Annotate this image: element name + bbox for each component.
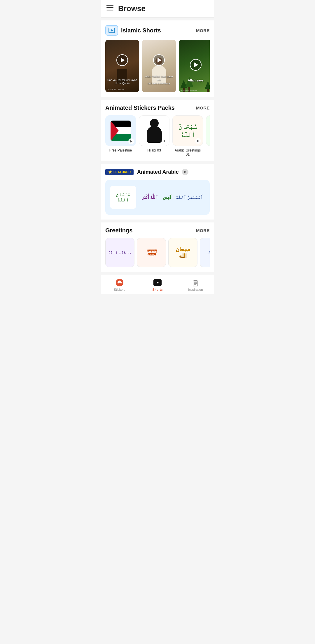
video-card-1[interactable]: Can you tell me one ayahof the Quran OMA… <box>105 40 139 92</box>
islamic-shorts-section: Islamic Shorts MORE Can you tell me one … <box>101 20 214 97</box>
nav-item-shorts[interactable]: Shorts <box>139 277 176 293</box>
greeting-text-1: مَا شَآءَ ٱللَّهُ <box>106 249 133 257</box>
greeting-card-1[interactable]: مَا شَآءَ ٱللَّهُ <box>105 238 134 267</box>
animated-arabic-row[interactable]: سُبْحَانَ ٱللَّهُ ٱللَّهُ أَكْبَر آمِين … <box>105 180 210 215</box>
page-title: Browse <box>118 4 146 13</box>
sticker-label-3: Arabic Greetings 01 <box>172 148 203 156</box>
play-button-2[interactable] <box>153 54 165 66</box>
islamic-shorts-header: Islamic Shorts MORE <box>105 25 210 36</box>
shorts-section-icon <box>105 25 118 36</box>
greeting-text-2: अस्सलामुअलैकुम <box>145 248 158 257</box>
svg-rect-2 <box>106 10 113 11</box>
featured-star: ⭐ <box>108 170 112 174</box>
video-bg-3: Allah says ⊕ ✉ sajidahmedumar <box>179 40 210 92</box>
app-header: Browse <box>101 0 214 18</box>
islamic-shorts-title-row: Islamic Shorts <box>105 25 161 36</box>
svg-rect-1 <box>106 7 113 8</box>
video-card-3[interactable]: Allah says ⊕ ✉ sajidahmedumar <box>179 40 210 92</box>
menu-icon[interactable] <box>106 5 113 13</box>
stickers-icon-circle <box>116 279 123 286</box>
islamic-shorts-more-button[interactable]: MORE <box>196 28 210 33</box>
sticker-card-2[interactable]: Hijabi 03 <box>139 115 169 156</box>
stickers-nav-label: Stickers <box>114 288 125 291</box>
video-caption-2: Allah Rabbul Izzat gave meand you a curr… <box>144 75 174 85</box>
play-button-3[interactable] <box>190 59 202 71</box>
greeting-text-4: وَعَلَيْكُمُرَحْمَةُ ٱللَّهِوَبَرَكَاتُه… <box>206 245 210 260</box>
featured-badge: ⭐ FEATURED <box>105 169 134 175</box>
video-username-1: OMAR SULEIMAN <box>107 88 124 90</box>
sticker-play-1 <box>128 138 134 144</box>
sticker-card-3[interactable]: سُبْحَانَ ٱللَّهُ Arabic Greetings 01 <box>172 115 203 156</box>
arabic-mini-3: أَسْتَغْفِرُ ٱللَّهَ <box>176 195 203 200</box>
animated-stickers-header: Animated Stickers Packs MORE <box>105 105 210 111</box>
shorts-nav-icon <box>153 279 162 287</box>
inspiration-nav-icon <box>191 279 200 287</box>
featured-badge-text: FEATURED <box>113 170 131 174</box>
play-button-1[interactable] <box>116 54 128 66</box>
shorts-nav-label: Shorts <box>153 288 163 291</box>
animated-stickers-scroll: Free Palestine Hijabi 03 سُبْحَانَ ٱللَّ… <box>105 115 210 156</box>
greeting-card-4[interactable]: وَعَلَيْكُمُرَحْمَةُ ٱللَّهِوَبَرَكَاتُه… <box>200 238 210 267</box>
arabic-mini-1: ٱللَّهُ أَكْبَر <box>142 195 158 200</box>
greeting-card-2[interactable]: अस्सलामुअलैकुम <box>137 238 166 267</box>
animated-stickers-more-button[interactable]: MORE <box>196 105 210 110</box>
animated-stickers-section: Animated Stickers Packs MORE <box>101 100 214 161</box>
video-card-2[interactable]: Allah Rabbul Izzat gave meand you a curr… <box>142 40 176 92</box>
nav-item-stickers[interactable]: Stickers <box>101 277 139 293</box>
featured-play-icon[interactable] <box>182 169 188 175</box>
video-username-3: ⊕ ✉ sajidahmedumar <box>181 89 197 91</box>
nav-item-inspiration[interactable]: Inspiration <box>176 277 214 293</box>
sticker-thumb-1 <box>105 115 136 146</box>
sticker-card-4[interactable]: 🕌 Friday Pa... <box>206 115 210 156</box>
video-caption-3: Allah says <box>181 78 210 82</box>
sticker-play-2 <box>162 138 167 144</box>
bottom-nav: Stickers Shorts Inspiration <box>101 275 214 294</box>
islamic-shorts-videos-scroll: Can you tell me one ayahof the Quran OMA… <box>105 40 210 92</box>
inspiration-nav-label: Inspiration <box>188 288 203 291</box>
sticker-card-1[interactable]: Free Palestine <box>105 115 136 156</box>
sticker-thumb-3: سُبْحَانَ ٱللَّهُ <box>172 115 203 146</box>
sticker-thumb-4: 🕌 <box>206 115 210 146</box>
video-bg-2: Allah Rabbul Izzat gave meand you a curr… <box>142 40 176 92</box>
featured-header: ⭐ FEATURED Animated Arabic <box>105 169 210 175</box>
greetings-section: Greetings MORE مَا شَآءَ ٱللَّهُ अस्सलाम… <box>101 222 214 272</box>
sticker-thumb-2 <box>139 115 169 146</box>
greetings-title: Greetings <box>105 227 132 234</box>
featured-title: Animated Arabic <box>137 169 178 175</box>
shorts-icon-box <box>153 279 162 286</box>
arabic-mini-2: آمِين <box>163 195 171 200</box>
animated-stickers-title: Animated Stickers Packs <box>105 105 175 111</box>
svg-rect-0 <box>106 5 113 6</box>
greetings-more-button[interactable]: MORE <box>196 228 210 233</box>
greetings-scroll: مَا شَآءَ ٱللَّهُ अस्सलामुअलैकुम سبحانال… <box>105 238 210 267</box>
stickers-nav-icon <box>116 279 124 287</box>
video-bg-1: Can you tell me one ayahof the Quran OMA… <box>105 40 139 92</box>
svg-rect-8 <box>194 280 197 281</box>
arabic-sticker-main: سُبْحَانَ ٱللَّهُ <box>110 186 136 209</box>
greetings-header: Greetings MORE <box>105 227 210 234</box>
greeting-text-3: سبحانالله <box>176 246 190 259</box>
islamic-shorts-title: Islamic Shorts <box>121 27 161 34</box>
video-caption-1: Can you tell me one ayahof the Quran <box>107 79 137 85</box>
arabic-main-text: سُبْحَانَ ٱللَّهُ <box>110 192 136 203</box>
sticker-label-2: Hijabi 03 <box>147 148 161 152</box>
greeting-card-3[interactable]: سبحانالله <box>168 238 197 267</box>
sticker-label-1: Free Palestine <box>109 148 132 152</box>
featured-section: ⭐ FEATURED Animated Arabic سُبْحَانَ ٱلل… <box>101 164 214 220</box>
arabic-stickers-mini: ٱللَّهُ أَكْبَر آمِين أَسْتَغْفِرُ ٱللَّ… <box>142 195 203 200</box>
sticker-play-3 <box>195 138 201 144</box>
